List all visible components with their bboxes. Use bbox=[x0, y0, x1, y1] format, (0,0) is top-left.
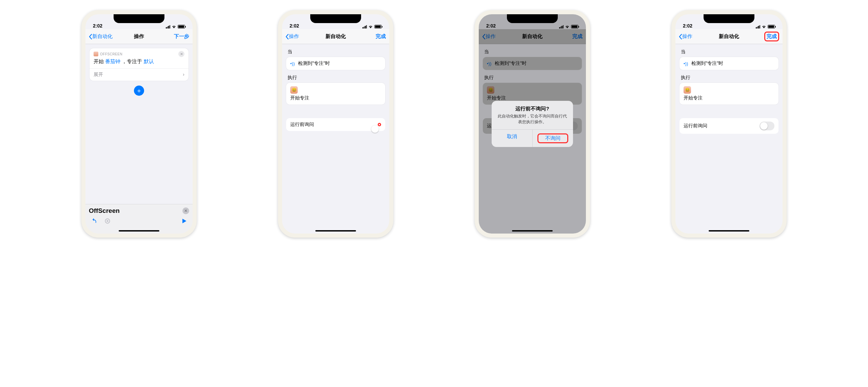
offscreen-app-icon bbox=[94, 52, 98, 56]
action-param-2[interactable]: 默认 bbox=[144, 58, 154, 64]
nav-done[interactable]: 完成 bbox=[376, 33, 386, 40]
search-text: OffScreen bbox=[89, 207, 120, 215]
trigger-card[interactable]: •)) 检测到"专注"时 bbox=[679, 57, 778, 70]
chevron-right-icon: › bbox=[183, 72, 184, 78]
ask-label: 运行前询问 bbox=[684, 123, 707, 129]
bottom-toolbar: OffScreen ✕ bbox=[85, 204, 193, 234]
action-block[interactable]: OFFSCREEN ✕ 开始 番茄钟 ，专注于 默认 展开 › bbox=[90, 48, 189, 81]
chevron-left-icon bbox=[285, 34, 289, 39]
section-when: 当 bbox=[288, 49, 385, 55]
ask-before-row: 运行前询问 bbox=[286, 118, 385, 131]
ask-label: 运行前询问 bbox=[290, 122, 314, 128]
status-time: 2:02 bbox=[683, 23, 692, 29]
action-body: 开始 番茄钟 ，专注于 默认 bbox=[90, 58, 189, 68]
chevron-left-icon bbox=[89, 34, 92, 39]
undo-icon[interactable] bbox=[90, 217, 98, 225]
highlight-box: 完成 bbox=[764, 32, 779, 41]
action-remove-button[interactable]: ✕ bbox=[178, 51, 184, 57]
alert-title: 运行前不询问? bbox=[492, 101, 573, 112]
run-icon[interactable] bbox=[180, 217, 188, 225]
chevron-left-icon bbox=[679, 34, 682, 39]
alert-message: 此自动化触发时，它会不询问而自行代表您执行操作。 bbox=[492, 112, 573, 129]
wifi-icon bbox=[762, 25, 766, 29]
section-do: 执行 bbox=[288, 75, 385, 81]
notch bbox=[114, 14, 164, 23]
nav-back[interactable]: 操作 bbox=[285, 33, 299, 40]
phone-frame-3: 2:02 操作 新自动化 完成 当 •)) 检测到"专注"时 执 bbox=[475, 10, 590, 238]
status-right bbox=[166, 25, 185, 29]
nav-bar: 操作 新自动化 完成 bbox=[675, 29, 783, 44]
home-indicator[interactable] bbox=[512, 230, 553, 232]
clear-search-button[interactable]: ✕ bbox=[182, 207, 189, 214]
screen-3: 2:02 操作 新自动化 完成 当 •)) 检测到"专注"时 执 bbox=[479, 14, 586, 234]
wifi-icon bbox=[368, 25, 373, 29]
content-area: 当 •)) 检测到"专注"时 执行 😄 开始专注 运行前询问 bbox=[675, 44, 783, 234]
battery-icon bbox=[768, 25, 775, 29]
home-indicator[interactable] bbox=[119, 230, 159, 232]
home-indicator[interactable] bbox=[315, 230, 356, 232]
action-expand-row[interactable]: 展开 › bbox=[90, 68, 189, 81]
nav-bar: 操作 新自动化 完成 bbox=[282, 29, 389, 44]
modal-dim: 运行前不询问? 此自动化触发时，它会不询问而自行代表您执行操作。 取消 不询问 bbox=[479, 14, 586, 234]
content-area: 当 •)) 检测到"专注"时 执行 😄 开始专注 运行前询问 bbox=[282, 44, 389, 234]
section-when: 当 bbox=[681, 49, 778, 55]
phone-frame-1: 2:02 新自动化 操作 下一步 OFFSCREEN bbox=[81, 10, 197, 238]
wifi-icon bbox=[172, 25, 176, 29]
action-param-1[interactable]: 番茄钟 bbox=[105, 58, 120, 64]
ask-switch[interactable] bbox=[760, 122, 774, 130]
action-text: 开始专注 bbox=[290, 95, 381, 101]
notch bbox=[704, 14, 754, 23]
nav-bar: 新自动化 操作 下一步 bbox=[85, 29, 193, 44]
signal-icon bbox=[362, 25, 367, 29]
magic-icon bbox=[104, 217, 111, 225]
expand-label: 展开 bbox=[94, 72, 103, 78]
nav-next[interactable]: 下一步 bbox=[174, 33, 189, 40]
offscreen-app-icon: 😄 bbox=[684, 86, 691, 94]
alert-confirm-button[interactable]: 不询问 bbox=[532, 130, 573, 147]
phone-frame-4: 2:02 操作 新自动化 完成 当 •)) 检测到"专注"时 bbox=[671, 10, 787, 238]
screen-1: 2:02 新自动化 操作 下一步 OFFSCREEN bbox=[85, 14, 193, 234]
nav-title: 新自动化 bbox=[719, 33, 739, 40]
trigger-text: 检测到"专注"时 bbox=[298, 60, 330, 67]
nav-title: 新自动化 bbox=[326, 33, 346, 40]
nav-done[interactable]: 完成 bbox=[767, 33, 777, 39]
signal-icon bbox=[166, 25, 170, 29]
notch bbox=[507, 14, 558, 23]
alert-cancel-button[interactable]: 取消 bbox=[492, 130, 532, 147]
action-app-label: OFFSCREEN bbox=[94, 52, 122, 56]
ask-before-row: 运行前询问 bbox=[679, 118, 778, 134]
screen-2: 2:02 操作 新自动化 完成 当 •)) 检测到"专注"时 执 bbox=[282, 14, 389, 234]
nav-back[interactable]: 操作 bbox=[679, 33, 692, 40]
status-time: 2:02 bbox=[290, 23, 299, 29]
trigger-text: 检测到"专注"时 bbox=[691, 60, 723, 67]
nfc-icon: •)) bbox=[290, 61, 295, 66]
nav-back-label: 新自动化 bbox=[92, 33, 113, 40]
nav-title: 操作 bbox=[134, 33, 144, 40]
notch bbox=[310, 14, 361, 23]
battery-icon bbox=[178, 25, 185, 29]
nfc-icon: •)) bbox=[684, 61, 688, 66]
battery-icon bbox=[374, 25, 382, 29]
trigger-card[interactable]: •)) 检测到"专注"时 bbox=[286, 57, 385, 70]
action-app-text: OFFSCREEN bbox=[100, 52, 122, 56]
nav-back-label: 操作 bbox=[682, 33, 692, 40]
offscreen-app-icon: 😄 bbox=[290, 86, 298, 94]
home-indicator[interactable] bbox=[709, 230, 749, 232]
section-do: 执行 bbox=[681, 75, 778, 81]
highlight-box: 不询问 bbox=[537, 133, 568, 143]
phone-frame-2: 2:02 操作 新自动化 完成 当 •)) 检测到"专注"时 执 bbox=[278, 10, 393, 238]
action-text: 开始专注 bbox=[684, 95, 774, 101]
status-time: 2:02 bbox=[93, 23, 102, 29]
signal-icon bbox=[756, 25, 760, 29]
nav-back-label: 操作 bbox=[289, 33, 299, 40]
alert-dialog: 运行前不询问? 此自动化触发时，它会不询问而自行代表您执行操作。 取消 不询问 bbox=[492, 101, 573, 147]
action-card[interactable]: 😄 开始专注 bbox=[679, 83, 778, 105]
search-row[interactable]: OffScreen ✕ bbox=[89, 207, 189, 215]
add-action-button[interactable]: ＋ bbox=[134, 86, 144, 96]
action-card[interactable]: 😄 开始专注 bbox=[286, 83, 385, 105]
screen-4: 2:02 操作 新自动化 完成 当 •)) 检测到"专注"时 bbox=[675, 14, 783, 234]
nav-back[interactable]: 新自动化 bbox=[89, 33, 113, 40]
highlight-box bbox=[378, 123, 381, 126]
